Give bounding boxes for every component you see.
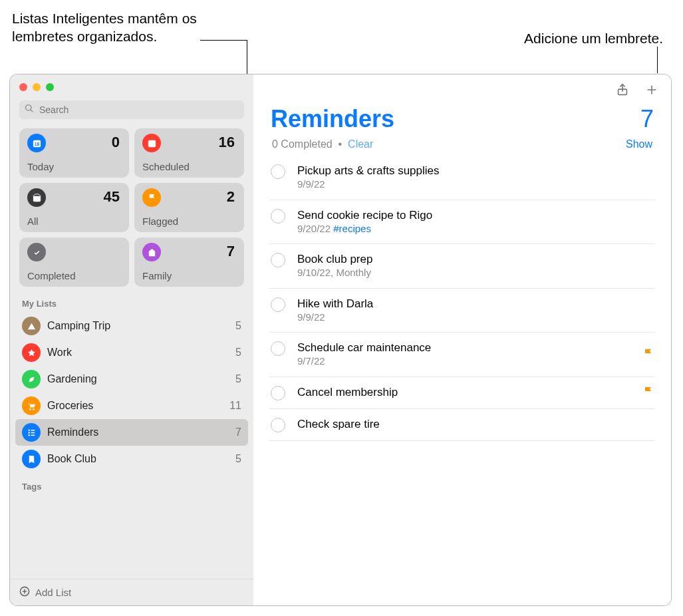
smart-today[interactable]: 180Today — [19, 128, 129, 178]
add-list-button[interactable]: Add List — [10, 579, 253, 605]
reminder-row[interactable]: Send cookie recipe to Rigo9/20/22 #recip… — [269, 200, 655, 245]
reminder-title: Book club prep — [297, 252, 654, 266]
search-input[interactable] — [38, 104, 239, 116]
list-name: Camping Trip — [47, 320, 235, 332]
svg-point-6 — [33, 408, 34, 409]
reminder-subtitle: 9/9/22 — [297, 178, 654, 191]
callout-line — [200, 40, 247, 41]
list-count: 5 — [235, 320, 241, 332]
sidebar-fade — [10, 549, 253, 579]
list-icon — [22, 396, 41, 415]
sidebar-item-grocери[interactable]: Groceries11 — [15, 392, 248, 419]
reminder-title: Check spare tire — [297, 417, 654, 431]
search-field[interactable] — [19, 100, 244, 119]
complete-checkbox[interactable] — [271, 341, 285, 356]
svg-point-7 — [28, 429, 29, 430]
page-title: Reminders — [271, 105, 394, 133]
add-list-label: Add List — [35, 587, 71, 598]
reminder-title: Send cookie recipe to Rigo — [297, 208, 654, 222]
reminder-subtitle: 9/7/22 — [297, 355, 638, 368]
callout-smart-lists: Listas Inteligentes mantêm os lembretes … — [12, 9, 225, 46]
list-name: Book Club — [47, 453, 235, 465]
smart-flagged[interactable]: 2Flagged — [134, 183, 244, 232]
reminder-row[interactable]: Schedule car maintenance9/7/22 — [269, 333, 655, 377]
complete-checkbox[interactable] — [271, 386, 285, 400]
main-pane: Reminders 7 0 Completed • Clear Show Pic… — [253, 75, 671, 605]
smart-scheduled[interactable]: 16Scheduled — [134, 128, 244, 178]
reminder-subtitle: 9/20/22 #recipes — [297, 222, 654, 235]
smart-label: Today — [27, 161, 54, 172]
list-count: 7 — [235, 426, 241, 438]
search-icon — [25, 103, 38, 116]
flag-icon — [643, 348, 654, 361]
reminders-window: 180Today16Scheduled45All2FlaggedComplete… — [9, 74, 672, 606]
smart-label: Scheduled — [142, 161, 190, 172]
smart-count: 2 — [227, 188, 235, 206]
list-count: 5 — [235, 453, 241, 465]
smart-count: 7 — [227, 243, 235, 260]
smart-count: 45 — [104, 188, 120, 206]
reminder-row[interactable]: Check spare tire — [269, 409, 655, 441]
list-icon — [22, 343, 41, 362]
smart-completed[interactable]: Completed — [19, 237, 129, 287]
scheduled-icon — [142, 134, 161, 152]
section-tags: Tags — [10, 472, 253, 496]
complete-checkbox[interactable] — [271, 418, 285, 432]
smart-all[interactable]: 45All — [19, 183, 129, 232]
reminder-title: Schedule car maintenance — [297, 341, 638, 355]
list-name: Groceries — [47, 400, 229, 412]
show-button[interactable]: Show — [626, 138, 652, 150]
reminder-row[interactable]: Cancel membership — [269, 377, 655, 409]
list-count: 11 — [229, 400, 241, 412]
zoom-button[interactable] — [46, 83, 54, 91]
toolbar — [253, 75, 671, 97]
complete-checkbox[interactable] — [271, 297, 285, 312]
reminder-subtitle: 9/9/22 — [297, 311, 654, 324]
list-icon — [22, 317, 41, 335]
sidebar-item-work[interactable]: Work5 — [15, 339, 248, 366]
flag-icon — [643, 386, 654, 399]
list-icon — [22, 423, 41, 442]
sidebar-item-camping[interactable]: Camping Trip5 — [15, 313, 248, 339]
smart-family[interactable]: 7Family — [134, 237, 244, 287]
minimize-button[interactable] — [33, 83, 41, 91]
complete-checkbox[interactable] — [271, 164, 285, 179]
list-count: 5 — [235, 373, 241, 385]
close-button[interactable] — [19, 83, 27, 91]
section-mylists: My Lists — [10, 287, 253, 313]
reminder-subtitle: 9/10/22, Monthly — [297, 266, 654, 279]
list-icon — [22, 450, 41, 468]
clear-button[interactable]: Clear — [348, 138, 373, 150]
add-reminder-button[interactable] — [644, 82, 659, 97]
dot: • — [335, 138, 348, 150]
share-button[interactable] — [615, 82, 630, 97]
smart-label: Family — [142, 270, 172, 281]
complete-checkbox[interactable] — [271, 209, 285, 224]
reminder-title: Hike with Darla — [297, 297, 654, 311]
reminder-tag[interactable]: #recipes — [333, 223, 371, 234]
svg-point-8 — [28, 432, 29, 433]
svg-point-9 — [28, 434, 29, 436]
list-count: 5 — [235, 347, 241, 359]
list-name: Gardening — [47, 373, 235, 385]
sidebar-item-bookclub[interactable]: Book Club5 — [15, 446, 248, 472]
sidebar: 180Today16Scheduled45All2FlaggedComplete… — [10, 75, 253, 605]
list-name: Reminders — [47, 426, 235, 438]
callout-add-reminder: Adicione um lembrete. — [524, 29, 663, 47]
reminder-row[interactable]: Hike with Darla9/9/22 — [269, 289, 655, 333]
reminder-row[interactable]: Pickup arts & crafts supplies9/9/22 — [269, 156, 655, 200]
smart-label: All — [27, 216, 39, 227]
smart-label: Flagged — [142, 216, 178, 227]
today-icon: 18 — [27, 134, 46, 152]
smart-count: 16 — [219, 134, 235, 151]
smart-count: 0 — [112, 134, 120, 151]
flagged-icon — [142, 188, 161, 207]
window-controls — [10, 75, 253, 94]
complete-checkbox[interactable] — [271, 253, 285, 267]
family-icon — [142, 243, 161, 261]
svg-point-4 — [32, 247, 41, 256]
reminder-row[interactable]: Book club prep9/10/22, Monthly — [269, 244, 655, 289]
sidebar-item-reminders[interactable]: Reminders7 — [15, 419, 248, 446]
sidebar-item-garden[interactable]: Gardening5 — [15, 366, 248, 392]
list-icon — [22, 370, 41, 388]
